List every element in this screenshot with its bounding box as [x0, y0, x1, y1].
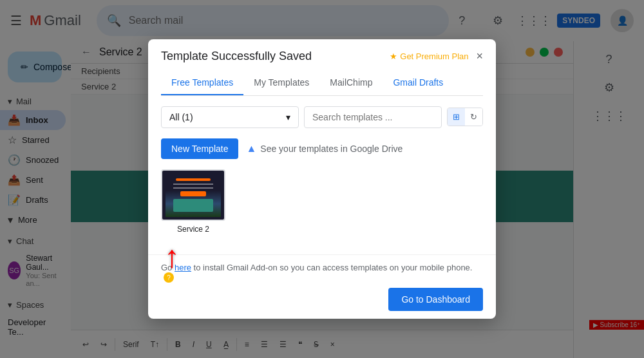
footer-text: Go here to install Gmail Add-on so you c…	[161, 263, 483, 283]
modal-close-button[interactable]: ×	[476, 50, 483, 63]
drive-text: See your templates in Google Drive	[260, 144, 402, 154]
tab-free-templates[interactable]: Free Templates	[161, 71, 243, 95]
thumb-teal-section	[173, 199, 214, 212]
modal-top-right: ★ Get Premium Plan ×	[390, 50, 483, 63]
new-template-row: New Template ▲ See your templates in Goo…	[161, 138, 483, 159]
grid-view-button[interactable]: ⊞	[448, 108, 465, 126]
template-thumb-inner	[166, 173, 221, 217]
modal-tabs: Free Templates My Templates MailChimp Gm…	[161, 71, 483, 96]
modal-title: Template Successfully Saved	[161, 50, 312, 63]
thumb-cta-btn	[180, 191, 205, 196]
tab-gmail-drafts[interactable]: Gmail Drafts	[383, 71, 453, 95]
premium-plan-link[interactable]: ★ Get Premium Plan	[390, 52, 468, 61]
modal-title-row: Template Successfully Saved ★ Get Premiu…	[161, 50, 483, 63]
tab-mailchimp[interactable]: MailChimp	[319, 71, 383, 95]
footer-actions: Go to Dashboard	[161, 288, 483, 311]
search-templates-input[interactable]	[304, 106, 442, 128]
template-thumb-service2	[161, 169, 225, 221]
filter-dropdown[interactable]: All (1) ▾	[161, 106, 299, 128]
drive-icon: ▲	[246, 143, 256, 155]
premium-label: Get Premium Plan	[400, 52, 468, 61]
go-to-dashboard-button[interactable]: Go to Dashboard	[388, 288, 483, 311]
templates-grid: Service 2	[161, 169, 483, 234]
google-drive-link[interactable]: ▲ See your templates in Google Drive	[246, 143, 402, 155]
new-template-button[interactable]: New Template	[161, 138, 238, 159]
tab-my-templates[interactable]: My Templates	[243, 71, 319, 95]
modal-footer: Go here to install Gmail Add-on so you c…	[148, 254, 496, 319]
template-card-service2[interactable]: Service 2	[161, 169, 225, 234]
chevron-down-icon: ▾	[286, 112, 290, 122]
template-name-service2: Service 2	[177, 225, 209, 234]
modal-body: All (1) ▾ ⊞ ↻ New Template ▲ See your te…	[148, 96, 496, 254]
thumb-white-line-1	[173, 184, 214, 185]
thumb-orange-bar	[176, 178, 211, 181]
red-arrow-indicator: ↑	[164, 239, 180, 274]
star-icon: ★	[390, 52, 397, 61]
filter-label: All (1)	[169, 112, 193, 122]
thumb-white-line-2	[173, 187, 214, 189]
modal-overlay: Template Successfully Saved ★ Get Premiu…	[0, 0, 644, 358]
modal: Template Successfully Saved ★ Get Premiu…	[148, 39, 496, 319]
refresh-button[interactable]: ↻	[465, 108, 482, 126]
modal-toolbar: All (1) ▾ ⊞ ↻	[161, 106, 483, 128]
view-toggle: ⊞ ↻	[447, 108, 483, 126]
modal-header: Template Successfully Saved ★ Get Premiu…	[148, 39, 496, 96]
footer-text-after: to install Gmail Add-on so you can acces…	[191, 263, 472, 272]
